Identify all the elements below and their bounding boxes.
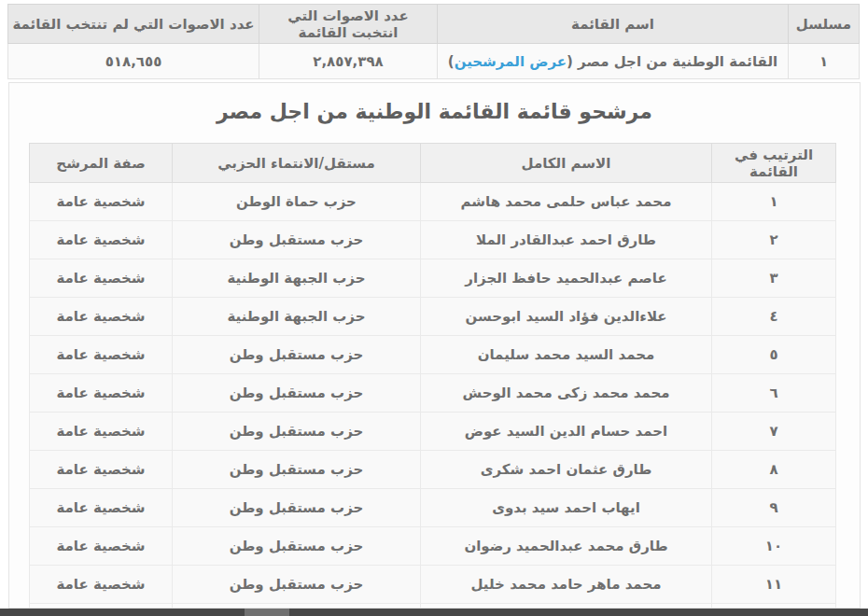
candidates-panel: مرشحو قائمة القائمة الوطنية من اجل مصر ا…	[8, 82, 861, 609]
candidate-name: علاءالدين فؤاد السيد ابوحسن	[421, 298, 712, 336]
candidate-capacity: شخصية عامة	[30, 374, 173, 413]
candidate-capacity: شخصية عامة	[30, 336, 173, 374]
header-order: الترتيب في القائمة	[712, 144, 836, 183]
candidate-name: محمد محمد زكى محمد الوحش	[421, 374, 712, 413]
candidate-row: ١ محمد عباس حلمى محمد هاشم حزب حماة الوط…	[30, 183, 836, 221]
header-votes-for: عدد الاصوات التي انتخبت القائمة	[259, 5, 438, 44]
header-party-affiliation: مستقل/الانتماء الحزبي	[173, 144, 421, 183]
candidate-row: ١٠ طارق محمد عبدالحميد رضوان حزب مستقبل …	[30, 527, 836, 566]
candidate-name: محمد عباس حلمى محمد هاشم	[421, 183, 712, 221]
paren-open: (	[567, 53, 573, 70]
candidate-capacity: شخصية عامة	[30, 183, 173, 221]
summary-data-row: ١ القائمة الوطنية من اجل مصر (عرض المرشح…	[8, 44, 860, 79]
candidate-row: ٩ ايهاب احمد سيد بدوى حزب مستقبل وطن شخص…	[30, 489, 836, 527]
list-name-cell: القائمة الوطنية من اجل مصر (عرض المرشحين…	[438, 44, 789, 79]
candidate-party: حزب الجبهة الوطنية	[173, 298, 421, 336]
horizontal-scrollbar[interactable]	[0, 609, 868, 616]
summary-header-row: مسلسل اسم القائمة عدد الاصوات التي انتخب…	[8, 5, 860, 44]
candidate-order: ٨	[712, 451, 836, 489]
candidate-order: ٥	[712, 336, 836, 374]
candidate-name: طارق محمد عبدالحميد رضوان	[421, 527, 712, 566]
horizontal-scrollbar-thumb[interactable]	[245, 609, 289, 616]
candidate-capacity: شخصية عامة	[30, 527, 173, 566]
candidate-party: حزب مستقبل وطن	[173, 527, 421, 566]
candidate-row: ٤ علاءالدين فؤاد السيد ابوحسن حزب الجبهة…	[30, 298, 836, 336]
candidate-name: عاصم عبدالحميد حافظ الجزار	[421, 259, 712, 298]
election-results-page: { "summary_table": { "headers": [ "مسلسل…	[0, 0, 868, 616]
candidate-name: طارق احمد عبدالقادر الملا	[421, 221, 712, 259]
candidate-order: ١٠	[712, 527, 836, 566]
candidate-order: ٤	[712, 298, 836, 336]
candidate-order: ٩	[712, 489, 836, 527]
header-votes-against: عدد الاصوات التي لم تنتخب القائمة	[8, 5, 259, 44]
candidate-order: ٧	[712, 413, 836, 451]
candidate-party: حزب الجبهة الوطنية	[173, 259, 421, 298]
lists-summary-table: مسلسل اسم القائمة عدد الاصوات التي انتخب…	[7, 4, 860, 79]
candidate-name: محمد السيد محمد سليمان	[421, 336, 712, 374]
candidate-order: ١	[712, 183, 836, 221]
header-list-name: اسم القائمة	[438, 5, 789, 44]
header-serial: مسلسل	[789, 5, 860, 44]
candidate-name: محمد ماهر حامد محمد خليل	[421, 566, 712, 604]
candidate-party: حزب مستقبل وطن	[173, 413, 421, 451]
candidate-row: ٦ محمد محمد زكى محمد الوحش حزب مستقبل وط…	[30, 374, 836, 413]
candidate-party: حزب مستقبل وطن	[173, 336, 421, 374]
candidate-capacity: شخصية عامة	[30, 489, 173, 527]
candidate-party: حزب مستقبل وطن	[173, 451, 421, 489]
candidate-row: ٥ محمد السيد محمد سليمان حزب مستقبل وطن …	[30, 336, 836, 374]
candidate-row: ١١ محمد ماهر حامد محمد خليل حزب مستقبل و…	[30, 566, 836, 604]
candidate-capacity: شخصية عامة	[30, 221, 173, 259]
candidate-party: حزب مستقبل وطن	[173, 489, 421, 527]
candidate-order: ٢	[712, 221, 836, 259]
candidate-capacity: شخصية عامة	[30, 259, 173, 298]
candidate-party: حزب مستقبل وطن	[173, 221, 421, 259]
candidate-name: احمد حسام الدين السيد عوض	[421, 413, 712, 451]
votes-against-value: ٥١٨,٦٥٥	[8, 44, 259, 79]
candidate-party: حزب مستقبل وطن	[173, 566, 421, 604]
candidate-name: ايهاب احمد سيد بدوى	[421, 489, 712, 527]
candidates-table-body: ١ محمد عباس حلمى محمد هاشم حزب حماة الوط…	[30, 183, 836, 609]
candidate-row: ٢ طارق احمد عبدالقادر الملا حزب مستقبل و…	[30, 221, 836, 259]
votes-for-value: ٢,٨٥٧,٣٩٨	[259, 44, 438, 79]
view-candidates-link[interactable]: عرض المرشحين	[455, 53, 567, 70]
candidate-row: ٧ احمد حسام الدين السيد عوض حزب مستقبل و…	[30, 413, 836, 451]
list-name-text: القائمة الوطنية من اجل مصر	[578, 53, 777, 70]
candidate-order: ٦	[712, 374, 836, 413]
serial-value: ١	[789, 44, 860, 79]
candidate-capacity: شخصية عامة	[30, 566, 173, 604]
candidate-order: ٣	[712, 259, 836, 298]
candidates-title: مرشحو قائمة القائمة الوطنية من اجل مصر	[9, 98, 860, 125]
candidate-party: حزب مستقبل وطن	[173, 374, 421, 413]
candidate-capacity: شخصية عامة	[30, 451, 173, 489]
candidates-header-row: الترتيب في القائمة الاسم الكامل مستقل/ال…	[30, 144, 836, 183]
paren-close: )	[448, 53, 455, 70]
header-full-name: الاسم الكامل	[421, 144, 712, 183]
header-candidate-capacity: صفة المرشح	[30, 144, 173, 183]
candidate-capacity: شخصية عامة	[30, 413, 173, 451]
candidates-table: الترتيب في القائمة الاسم الكامل مستقل/ال…	[29, 143, 836, 609]
candidate-capacity: شخصية عامة	[30, 298, 173, 336]
candidate-party: حزب حماة الوطن	[173, 183, 421, 221]
candidate-order: ١١	[712, 566, 836, 604]
candidate-name: طارق عثمان احمد شكرى	[421, 451, 712, 489]
candidate-row: ٨ طارق عثمان احمد شكرى حزب مستقبل وطن شخ…	[30, 451, 836, 489]
candidate-row: ٣ عاصم عبدالحميد حافظ الجزار حزب الجبهة …	[30, 259, 836, 298]
